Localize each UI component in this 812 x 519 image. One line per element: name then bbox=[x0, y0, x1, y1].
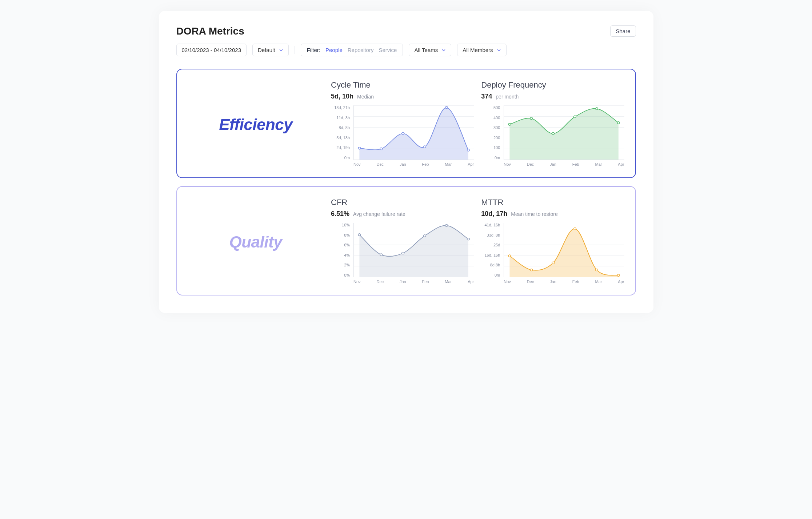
y-tick-label: 300 bbox=[481, 125, 500, 130]
filter-type-group: Filter: People Repository Service bbox=[301, 44, 403, 56]
svg-point-20 bbox=[552, 262, 555, 264]
chart-y-axis: 13d, 21h11d, 3h8d, 8h5d, 13h2d, 19h0m bbox=[331, 105, 352, 160]
x-tick-label: Mar bbox=[445, 279, 452, 286]
y-tick-label: 16d, 16h bbox=[481, 253, 500, 257]
cfr-chart: 10%8%6%4%2%0%NovDecJanFebMarApr bbox=[331, 223, 474, 286]
y-tick-label: 400 bbox=[481, 116, 500, 120]
y-tick-label: 8d,8h bbox=[481, 263, 500, 267]
x-tick-label: Jan bbox=[400, 162, 406, 169]
y-tick-label: 6% bbox=[331, 243, 350, 247]
svg-point-11 bbox=[617, 122, 620, 124]
y-tick-label: 8d, 8h bbox=[331, 125, 350, 130]
filter-bar: 02/10/2023 - 04/10/2023 Default Filter: … bbox=[176, 44, 636, 56]
deploy-freq-metric: Deploy Frequency 374 per month 500400300… bbox=[481, 80, 624, 169]
y-tick-label: 0m bbox=[481, 156, 500, 160]
x-tick-label: Feb bbox=[422, 279, 429, 286]
cycle-time-title: Cycle Time bbox=[331, 80, 474, 90]
y-tick-label: 11d, 3h bbox=[331, 116, 350, 120]
teams-select[interactable]: All Teams bbox=[409, 44, 451, 56]
efficiency-label: Efficiency bbox=[188, 116, 324, 134]
x-tick-label: Mar bbox=[445, 162, 452, 169]
svg-point-1 bbox=[380, 148, 383, 150]
y-tick-label: 200 bbox=[481, 136, 500, 140]
chart-x-axis: NovDecJanFebMarApr bbox=[353, 279, 474, 286]
x-tick-label: Jan bbox=[550, 279, 556, 286]
mttr-metric: MTTR 10d, 17h Mean time to restore 41d, … bbox=[481, 198, 624, 286]
cfr-value: 6.51% bbox=[331, 210, 349, 218]
y-tick-label: 10% bbox=[331, 223, 350, 227]
mttr-chart: 41d, 16h33d, 8h25d16d, 16h8d,8h0mNovDecJ… bbox=[481, 223, 624, 286]
deploy-freq-sub: per month bbox=[496, 94, 519, 100]
svg-point-6 bbox=[508, 123, 511, 125]
y-tick-label: 13d, 21h bbox=[331, 105, 350, 110]
svg-point-23 bbox=[617, 274, 620, 277]
svg-point-5 bbox=[467, 149, 470, 151]
topbar: DORA Metrics Share bbox=[176, 25, 636, 37]
y-tick-label: 0m bbox=[331, 156, 350, 160]
filter-label: Filter: bbox=[307, 47, 321, 53]
preset-select[interactable]: Default bbox=[252, 44, 289, 56]
y-tick-label: 500 bbox=[481, 105, 500, 110]
svg-point-4 bbox=[445, 106, 448, 109]
filter-tab-people[interactable]: People bbox=[325, 47, 343, 53]
x-tick-label: Apr bbox=[468, 162, 474, 169]
quality-panel: Quality CFR 6.51% Avg change failure rat… bbox=[176, 186, 636, 295]
chart-plot bbox=[504, 105, 624, 160]
y-tick-label: 0m bbox=[481, 273, 500, 277]
svg-point-13 bbox=[380, 254, 383, 256]
y-tick-label: 5d, 13h bbox=[331, 136, 350, 140]
share-button[interactable]: Share bbox=[610, 25, 636, 37]
date-range-value: 02/10/2023 - 04/10/2023 bbox=[182, 47, 241, 53]
y-tick-label: 2% bbox=[331, 263, 350, 267]
x-tick-label: Mar bbox=[595, 162, 602, 169]
x-tick-label: Feb bbox=[422, 162, 429, 169]
svg-point-22 bbox=[596, 269, 598, 271]
x-tick-label: Dec bbox=[527, 279, 534, 286]
svg-point-8 bbox=[552, 133, 555, 135]
y-tick-label: 100 bbox=[481, 145, 500, 150]
cfr-title: CFR bbox=[331, 198, 474, 207]
svg-point-3 bbox=[424, 146, 426, 148]
svg-point-12 bbox=[358, 234, 361, 236]
chart-x-axis: NovDecJanFebMarApr bbox=[353, 161, 474, 169]
svg-point-7 bbox=[530, 117, 533, 120]
x-tick-label: Nov bbox=[504, 162, 511, 169]
x-tick-label: Apr bbox=[618, 162, 624, 169]
svg-point-21 bbox=[574, 228, 576, 230]
members-select[interactable]: All Members bbox=[457, 44, 506, 56]
x-tick-label: Jan bbox=[400, 279, 406, 286]
chevron-down-icon bbox=[497, 48, 501, 52]
svg-point-17 bbox=[467, 238, 470, 240]
members-value: All Members bbox=[463, 47, 493, 53]
mttr-value: 10d, 17h bbox=[481, 210, 507, 218]
x-tick-label: Nov bbox=[353, 162, 361, 169]
y-tick-label: 4% bbox=[331, 253, 350, 257]
efficiency-panel: Efficiency Cycle Time 5d, 10h Median 13d… bbox=[176, 69, 636, 178]
cfr-sub: Avg change failure rate bbox=[353, 211, 405, 217]
chart-x-axis: NovDecJanFebMarApr bbox=[504, 161, 624, 169]
cycle-time-metric: Cycle Time 5d, 10h Median 13d, 21h11d, 3… bbox=[331, 80, 474, 169]
y-tick-label: 41d, 16h bbox=[481, 223, 500, 227]
chart-y-axis: 41d, 16h33d, 8h25d16d, 16h8d,8h0m bbox=[481, 223, 502, 277]
y-tick-label: 25d bbox=[481, 243, 500, 247]
y-tick-label: 33d, 8h bbox=[481, 233, 500, 237]
x-tick-label: Apr bbox=[618, 279, 624, 286]
chart-y-axis: 5004003002001000m bbox=[481, 105, 502, 160]
x-tick-label: Dec bbox=[376, 279, 384, 286]
deploy-freq-value: 374 bbox=[481, 93, 492, 100]
divider bbox=[295, 46, 295, 54]
date-range-picker[interactable]: 02/10/2023 - 04/10/2023 bbox=[176, 44, 247, 56]
svg-point-19 bbox=[530, 269, 533, 271]
x-tick-label: Feb bbox=[572, 162, 579, 169]
page-title: DORA Metrics bbox=[176, 25, 244, 37]
x-tick-label: Apr bbox=[468, 279, 474, 286]
chart-plot bbox=[353, 223, 474, 277]
chart-x-axis: NovDecJanFebMarApr bbox=[504, 279, 624, 286]
svg-point-15 bbox=[424, 235, 426, 237]
quality-label: Quality bbox=[188, 233, 324, 251]
filter-tab-repository[interactable]: Repository bbox=[348, 47, 374, 53]
x-tick-label: Dec bbox=[527, 162, 534, 169]
chevron-down-icon bbox=[441, 48, 446, 52]
cycle-time-chart: 13d, 21h11d, 3h8d, 8h5d, 13h2d, 19h0mNov… bbox=[331, 105, 474, 169]
filter-tab-service[interactable]: Service bbox=[379, 47, 397, 53]
